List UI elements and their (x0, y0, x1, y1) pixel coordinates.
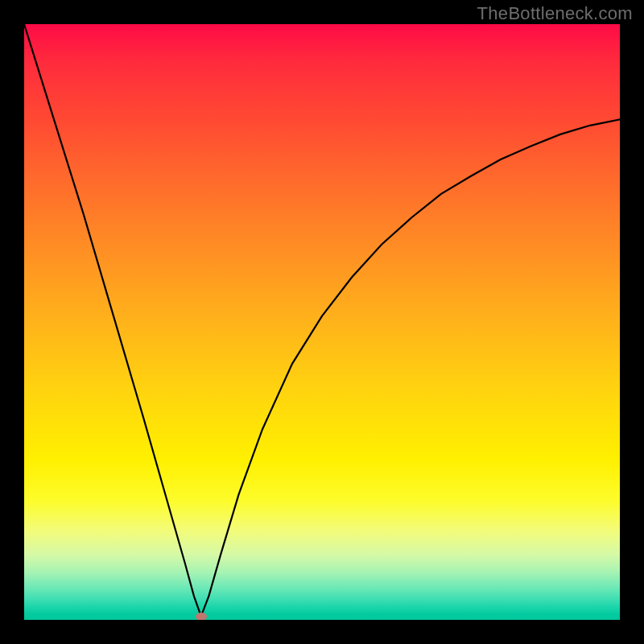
watermark-text: TheBottleneck.com (477, 3, 633, 24)
plot-area (24, 24, 620, 620)
chart-frame: TheBottleneck.com (0, 0, 644, 644)
background-gradient (24, 24, 620, 620)
minimum-marker (196, 613, 207, 620)
